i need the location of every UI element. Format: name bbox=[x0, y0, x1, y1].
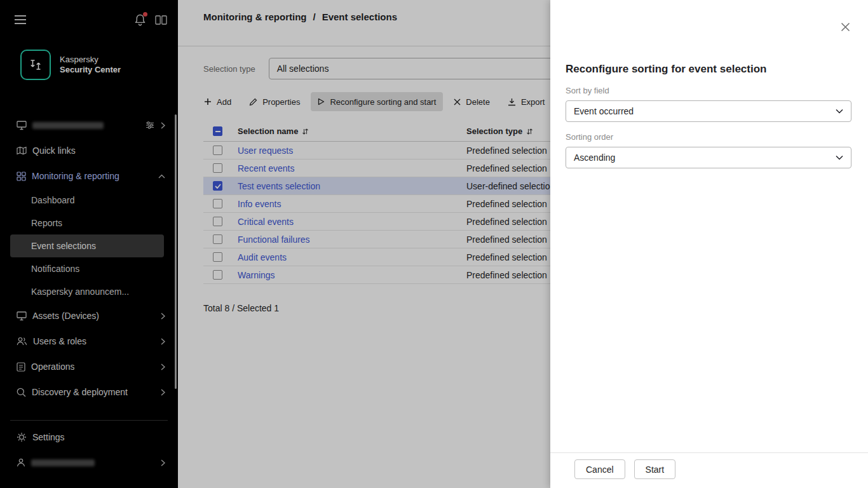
modal-overlay[interactable] bbox=[0, 0, 550, 488]
sort-by-field-value: Event occurred bbox=[574, 106, 634, 116]
sort-by-field-select[interactable]: Event occurred bbox=[566, 100, 851, 122]
drawer-footer: Cancel Start bbox=[550, 452, 868, 488]
app-root: Kaspersky Security Center Quick links Mo… bbox=[0, 0, 868, 488]
reconfigure-sorting-drawer: Reconfigure sorting for event selection … bbox=[550, 0, 868, 488]
drawer-body: Reconfigure sorting for event selection … bbox=[566, 0, 851, 168]
sorting-order-value: Ascending bbox=[574, 152, 615, 163]
start-button[interactable]: Start bbox=[634, 459, 676, 479]
chevron-down-icon bbox=[836, 109, 843, 114]
sorting-order-select[interactable]: Ascending bbox=[566, 147, 851, 168]
drawer-title: Reconfigure sorting for event selection bbox=[566, 63, 851, 76]
chevron-down-icon bbox=[836, 155, 843, 160]
sorting-order-label: Sorting order bbox=[566, 132, 851, 142]
sort-by-field-label: Sort by field bbox=[566, 86, 851, 95]
cancel-button[interactable]: Cancel bbox=[574, 459, 625, 479]
